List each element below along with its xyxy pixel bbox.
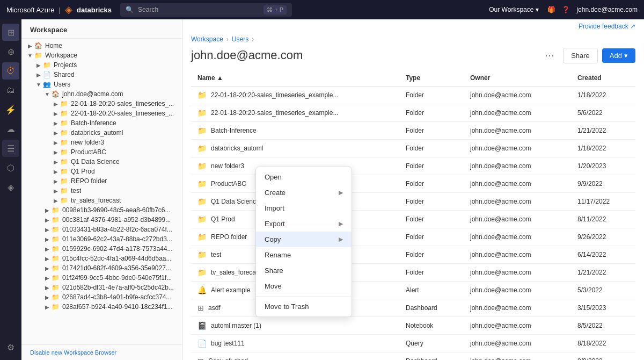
share-button[interactable]: Share [563,48,598,63]
search-nav-item[interactable]: ⊕ [2,43,19,60]
chevron-down-icon: ▾ [536,6,539,13]
sidebar-folder-4[interactable]: ▶ 📁 new folder3 [21,138,182,147]
sidebar-guid-0[interactable]: ▶ 📁 0098e1b3-9690-48c5-aea8-60fb7c6... [21,205,182,215]
sidebar-guid-1[interactable]: ▶ 📁 00c381af-4376-4981-a952-d3b4899... [21,215,182,225]
expand-arrow: ▶ [43,207,52,213]
gift-icon[interactable]: 🎁 [547,6,555,13]
table-row[interactable]: 📁 Batch-Inference Folder john.doe@acme.c… [191,122,635,140]
context-rename-label: Rename [265,251,291,259]
sidebar-folder-9[interactable]: ▶ 📁 test [21,186,182,196]
col-type[interactable]: Type [399,70,464,87]
table-row[interactable]: 📓 automl master (1) Notebook john.doe@ac… [191,317,635,335]
sidebar-guid-6[interactable]: ▶ 📁 017421d0-682f-4609-a356-35e9027... [21,263,182,273]
data-nav-item[interactable]: 🗂 [2,82,19,99]
sidebar-item-shared[interactable]: ▶ 📄 Shared [21,70,182,80]
file-name-label: Batch-Inference [211,127,257,134]
experiments-nav-item[interactable]: ⬡ [2,159,19,176]
folder-icon: 📁 [197,109,207,117]
col-owner[interactable]: Owner [464,70,571,87]
context-menu-import[interactable]: Import [256,200,352,216]
sidebar-guid-9[interactable]: ▶ 📁 02687ad4-c3b8-4a01-b9fe-acfcc374... [21,292,182,302]
sidebar-footer[interactable]: Disable new Workspace Browser [21,344,182,360]
context-menu-trash[interactable]: Move to Trash [256,299,352,314]
settings-nav-item[interactable]: ⚙ [2,339,19,356]
sidebar-item-home[interactable]: ▶ 🏠 Home [21,41,182,51]
user-email[interactable]: john.doe@acme.com [576,6,638,13]
sidebar-item-users[interactable]: ▼ 👥 Users [21,80,182,89]
folder-label: REPO folder [71,177,107,185]
workspace-switcher[interactable]: Our Workspace ▾ [489,6,539,13]
sidebar-folder-0[interactable]: ▶ 📁 22-01-18-20:20-sales_timeseries_... [21,99,182,109]
cell-owner: john.doe@acme.com [464,352,571,361]
compute-nav-item[interactable]: ☁ [2,120,19,138]
cell-name: 📁 databricks_automl [191,140,399,157]
search-icon: 🔍 [126,6,134,13]
context-menu-copy[interactable]: Copy ▶ [256,232,352,247]
sidebar-folder-5[interactable]: ▶ 📁 ProductABC [21,147,182,157]
sidebar-title: Workspace [30,26,67,34]
file-name-label: 22-01-18-20:20-sales_timeseries_example.… [211,91,338,99]
sidebar-folder-10[interactable]: ▶ 📁 tv_sales_forecast [21,196,182,205]
expand-arrow: ▶ [43,294,52,300]
file-name-label: 22-01-18-20:20-sales_timeseries_example.… [211,109,338,117]
folder-icon: 📁 [52,264,60,272]
provide-feedback-link[interactable]: Provide feedback ↗ [579,23,635,30]
sidebar-item-workspace[interactable]: ▼ 📁 Workspace [21,51,182,60]
sidebar-guid-4[interactable]: ▶ 📁 0159929c-6902-47d4-a178-7573a44... [21,244,182,254]
col-name[interactable]: Name ▲ [191,70,399,87]
user-home-icon: 🏠 [52,90,60,98]
table-row[interactable]: 📄 bug test111 Query john.doe@acme.com 8/… [191,335,635,352]
table-row[interactable]: 📁 databricks_automl Folder john.doe@acme… [191,140,635,157]
breadcrumb-users[interactable]: Users [232,35,248,43]
sidebar-guid-7[interactable]: ▶ 📁 01f24f69-9cc5-4bbc-9de0-540e75f1f... [21,273,182,283]
models-nav-item[interactable]: ◈ [2,178,19,196]
folder-icon: 📁 [197,197,207,206]
context-menu-export[interactable]: Export ▶ [256,216,352,232]
table-row[interactable]: 📁 22-01-18-20:20-sales_timeseries_exampl… [191,104,635,122]
sidebar-guid-2[interactable]: ▶ 📁 01033431-b83a-4b22-8f2c-6aca074f... [21,225,182,234]
sidebar-guid-3[interactable]: ▶ 📁 011e3069-62c2-43a7-88ba-c272bd3... [21,234,182,244]
sidebar-folder-7[interactable]: ▶ 📁 Q1 Prod [21,167,182,176]
file-name-label: asdf [208,304,221,312]
folder-icon: 📁 [52,206,60,214]
table-row[interactable]: 📁 22-01-18-20:20-sales_timeseries_exampl… [191,87,635,104]
sql-nav-item[interactable]: ☰ [2,140,19,157]
cell-owner: john.doe@acme.com [464,317,571,335]
cell-owner: john.doe@acme.com [464,228,571,246]
folder-label: 22-01-18-20:20-sales_timeseries_... [71,100,174,107]
sidebar-guid-8[interactable]: ▶ 📁 021d582b-df31-4e7a-aff0-5c25dc42b... [21,283,182,292]
context-menu-move[interactable]: Move [256,278,352,294]
context-menu-create[interactable]: Create ▶ [256,185,352,200]
sidebar-folder-2[interactable]: ▶ 📁 Batch-Inference [21,118,182,128]
guid-label: 017421d0-682f-4609-a356-35e9027... [62,264,171,272]
more-options-button[interactable]: ⋯ [543,47,557,63]
context-menu-open[interactable]: Open [256,169,352,185]
search-bar[interactable]: 🔍 Search ⌘ + P [120,3,292,17]
sidebar-folder-8[interactable]: ▶ 📁 REPO folder [21,176,182,186]
cell-type: Dashboard [399,299,464,317]
table-row[interactable]: ⊞ Copy of: chad Dashboard john.doe@acme.… [191,352,635,361]
file-name-label: Q1 Data Science [211,198,260,205]
context-menu-rename[interactable]: Rename [256,247,352,263]
file-name-label: Alert example [211,286,250,294]
workspace-nav-item[interactable]: ⊞ [2,24,19,41]
breadcrumb-workspace[interactable]: Workspace [191,35,223,43]
dashboard-icon: ⊞ [197,304,204,312]
main-content: Provide feedback ↗ Workspace › Users › j… [182,19,644,360]
folder-icon: 📁 [52,226,60,233]
sidebar-guid-10[interactable]: ▶ 📁 028af657-b924-4a40-9410-18c234f1... [21,302,182,312]
col-created[interactable]: Created [571,70,635,87]
sidebar-folder-6[interactable]: ▶ 📁 Q1 Data Science [21,157,182,167]
add-button[interactable]: Add ▾ [602,48,635,63]
recents-nav-item[interactable]: ⏱ [2,62,19,80]
context-menu-share[interactable]: Share [256,263,352,278]
cell-type: Query [399,335,464,352]
help-icon[interactable]: ❓ [562,6,570,13]
sidebar-folder-3[interactable]: ▶ 📁 databricks_automl [21,128,182,138]
sidebar-item-projects[interactable]: ▶ 📁 Projects [21,60,182,70]
sidebar-item-user-home[interactable]: ▼ 🏠 john.doe@acme.com [21,89,182,99]
sidebar-guid-5[interactable]: ▶ 📁 015c4fcc-52dc-4fa1-a069-44d6d5aa... [21,254,182,263]
workflows-nav-item[interactable]: ⚡ [2,101,19,118]
sidebar-folder-1[interactable]: ▶ 📁 22-01-18-20:20-sales_timeseries_... [21,109,182,118]
folder-icon: 📁 [60,119,69,127]
